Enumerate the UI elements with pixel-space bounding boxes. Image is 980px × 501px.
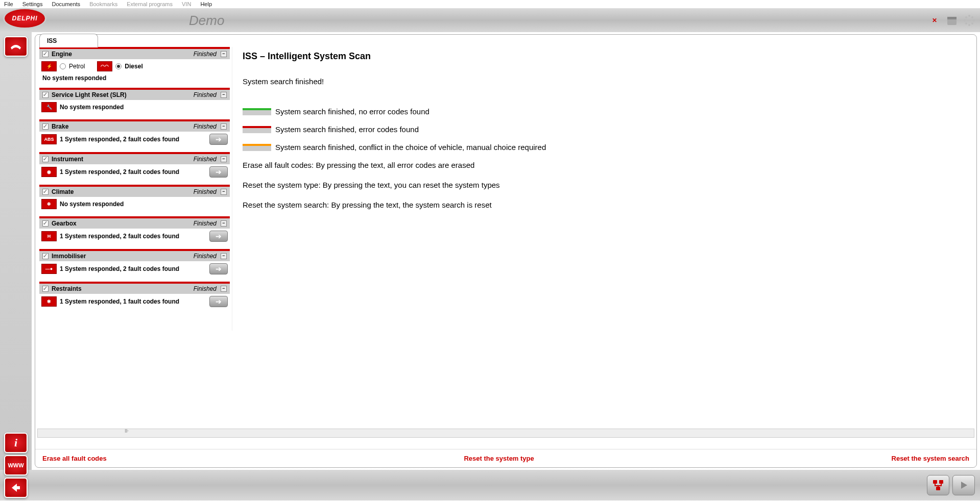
system-block-instrument: InstrumentFinished−◉1 System responded, …	[39, 152, 230, 180]
system-header[interactable]: ImmobiliserFinished−	[39, 251, 230, 261]
collapse-icon[interactable]: −	[221, 156, 227, 162]
system-body: ABS1 System responded, 2 fault codes fou…	[39, 132, 230, 147]
svg-rect-12	[936, 487, 940, 490]
petrol-icon: ⚡	[41, 61, 57, 71]
system-header[interactable]: Service Light Reset (SLR)Finished−	[39, 90, 230, 100]
demo-label: Demo	[189, 13, 224, 29]
svg-rect-11	[939, 480, 943, 484]
erase-all-link[interactable]: Erase all fault codes	[42, 455, 107, 462]
calendar-icon[interactable]	[945, 14, 959, 27]
petrol-radio[interactable]	[60, 63, 66, 69]
collapse-icon[interactable]: −	[221, 51, 227, 57]
system-icon: 🔧	[41, 102, 57, 112]
svg-point-9	[965, 16, 967, 18]
system-name: Service Light Reset (SLR)	[52, 91, 194, 98]
collapse-icon[interactable]: −	[221, 253, 227, 259]
svg-point-8	[964, 19, 966, 21]
system-scan-list[interactable]: EngineFinished−⚡Petrol◠◠DieselNo system …	[39, 47, 232, 331]
info-button[interactable]: i	[4, 433, 28, 453]
legend-green: System search finished, no error codes f…	[243, 107, 962, 116]
system-header[interactable]: ClimateFinished−	[39, 187, 230, 197]
collapse-icon[interactable]: −	[221, 123, 227, 130]
system-block-brake: BrakeFinished−ABS1 System responded, 2 f…	[39, 119, 230, 147]
network-button[interactable]	[927, 475, 949, 495]
checkbox[interactable]	[42, 156, 49, 162]
legend-swatch-orange	[243, 144, 271, 151]
system-header[interactable]: RestraintsFinished−	[39, 284, 230, 294]
system-header[interactable]: EngineFinished−	[39, 49, 230, 59]
system-block-gearbox: GearboxFinished−H1 System responded, 2 f…	[39, 216, 230, 244]
checkbox[interactable]	[42, 92, 49, 98]
system-result-text: 1 System responded, 2 fault codes found	[60, 168, 206, 176]
menu-bookmarks[interactable]: Bookmarks	[89, 1, 117, 7]
iss-tab[interactable]: ISS	[39, 34, 98, 47]
arrow-button[interactable]: ➔	[209, 134, 228, 145]
diesel-icon: ◠◠	[97, 61, 112, 71]
system-block-climate: ClimateFinished−❄No system responded	[39, 185, 230, 211]
collapse-icon[interactable]: −	[221, 220, 227, 227]
menu-documents[interactable]: Documents	[52, 1, 80, 7]
checkbox[interactable]	[42, 220, 49, 227]
checkbox[interactable]	[42, 253, 49, 259]
reset-search-help-text: Reset the system search: By pressing the…	[243, 201, 962, 209]
diesel-label: Diesel	[125, 63, 142, 70]
back-button[interactable]	[4, 478, 28, 498]
svg-rect-1	[947, 17, 957, 19]
system-name: Immobiliser	[52, 253, 194, 260]
menu-file[interactable]: File	[4, 1, 13, 7]
system-header[interactable]: GearboxFinished−	[39, 218, 230, 229]
menu-bar: File Settings Documents Bookmarks Extern…	[0, 0, 980, 9]
system-icon: ◉	[41, 167, 57, 177]
system-status: Finished	[194, 188, 217, 195]
system-icon: —●	[41, 264, 57, 274]
arrow-button[interactable]: ➔	[209, 263, 228, 274]
collapse-icon[interactable]: −	[221, 286, 227, 292]
arrow-button[interactable]: ➔	[209, 166, 228, 178]
arrow-button[interactable]: ➔	[209, 296, 228, 307]
system-name: Climate	[52, 188, 194, 195]
svg-rect-10	[933, 480, 937, 484]
close-icon[interactable]: ✕	[928, 14, 941, 27]
menu-help[interactable]: Help	[200, 1, 212, 7]
logo-text: DELPHI	[3, 8, 46, 29]
menu-vin[interactable]: VIN	[182, 1, 191, 7]
collapse-icon[interactable]: −	[221, 189, 227, 195]
arrow-button[interactable]: ➔	[209, 231, 228, 242]
system-header[interactable]: BrakeFinished−	[39, 121, 230, 132]
left-toolbar	[0, 32, 32, 470]
play-button[interactable]	[952, 475, 975, 495]
menu-settings[interactable]: Settings	[22, 1, 43, 7]
system-block-restraints: RestraintsFinished−✱1 System responded, …	[39, 282, 230, 309]
legend-orange-text: System search finished, conflict in the …	[275, 143, 546, 152]
reset-search-link[interactable]: Reset the system search	[892, 455, 969, 462]
system-header[interactable]: InstrumentFinished−	[39, 154, 230, 164]
checkbox[interactable]	[42, 286, 49, 292]
system-status: Finished	[194, 123, 217, 130]
svg-point-7	[965, 22, 967, 24]
no-response-text: No system responded	[39, 73, 230, 83]
diesel-radio[interactable]	[115, 63, 122, 69]
checkbox[interactable]	[42, 189, 49, 195]
checkbox[interactable]	[42, 51, 49, 57]
main-panel: ISS EngineFinished−⚡Petrol◠◠DieselNo sys…	[35, 34, 977, 468]
search-finished-text: System search finished!	[243, 77, 962, 86]
system-status: Finished	[194, 156, 217, 163]
engine-fuel-row: ⚡Petrol◠◠Diesel	[39, 59, 230, 73]
www-button[interactable]: WWW	[4, 455, 28, 475]
legend-green-text: System search finished, no error codes f…	[275, 107, 429, 116]
horizontal-scrollbar[interactable]	[37, 429, 974, 438]
system-name: Restraints	[52, 285, 194, 292]
system-status: Finished	[194, 220, 217, 227]
footer-bar: i WWW	[0, 470, 980, 500]
system-body: ◉1 System responded, 2 fault codes found…	[39, 164, 230, 180]
system-block-immobiliser: ImmobiliserFinished−—●1 System responded…	[39, 249, 230, 277]
system-result-text: No system responded	[60, 104, 228, 111]
system-icon: H	[41, 231, 57, 241]
checkbox[interactable]	[42, 123, 49, 130]
collapse-icon[interactable]: −	[221, 92, 227, 98]
bottom-action-bar: Erase all fault codes Reset the system t…	[35, 449, 976, 467]
system-body: ❄No system responded	[39, 197, 230, 211]
reset-type-link[interactable]: Reset the system type	[464, 455, 534, 462]
phone-button[interactable]	[4, 36, 28, 57]
menu-external-programs[interactable]: External programs	[127, 1, 173, 7]
